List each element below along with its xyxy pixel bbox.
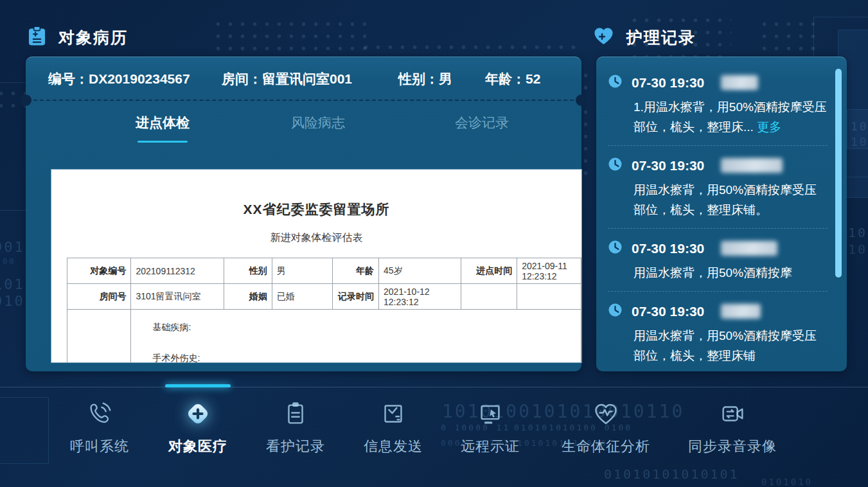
record-timestamp: 07-30 19:30 [632, 241, 704, 256]
table-value-cell: 3101留置讯问室 [131, 284, 224, 310]
table-value-cell: 已婚 [272, 284, 333, 310]
tab-risk-record[interactable]: 风险病志 [267, 114, 369, 132]
record-timestamp: 07-30 19:30 [632, 158, 704, 173]
clock-icon [608, 74, 623, 91]
record-text: 用温水擦背，用50%酒精按摩 [633, 263, 828, 283]
tab-label: 会诊记录 [455, 115, 509, 130]
table-value-cell: 45岁 [379, 258, 461, 284]
clock-icon [608, 240, 623, 257]
active-tab-underline [137, 141, 188, 143]
record-text: 用温水擦背，用50%酒精按摩受压部位，梳头，整理床铺。 [633, 180, 828, 220]
medical-form-document: XX省纪委监委留置场所 新进对象体检评估表 对象编号202109112312性别… [51, 170, 581, 362]
record-timestamp: 07-30 19:30 [632, 304, 704, 319]
bottom-navigation: 呼叫系统对象医疗看护记录信息发送远程示证生命体征分析同步录音录像 [0, 387, 868, 487]
dashed-divider [33, 100, 574, 101]
table-row: 对象编号202109112312性别男年龄45岁进点时间2021-09-11 1… [67, 258, 581, 284]
table-label-cell: 对象编号 [67, 258, 131, 284]
table-label-cell: 婚姻 [224, 284, 272, 310]
nursing-record-header: 护理记录 [594, 27, 696, 48]
heart-plus-icon [594, 27, 614, 48]
redacted-name [721, 304, 761, 319]
tab-consultation-record[interactable]: 会诊记录 [430, 114, 533, 132]
table-label-cell: 性别 [224, 258, 272, 284]
binary-decor-text: 1011 [848, 242, 868, 257]
binary-decor-text: 101 [851, 135, 868, 148]
dot-pattern [758, 18, 820, 53]
tab-label: 进点体检 [136, 115, 190, 130]
record-header: 07-30 19:30 [608, 240, 828, 257]
nursing-record-item: 07-30 19:30用温水擦背，用50%酒精按摩 [608, 240, 828, 292]
medical-record-header: 对象病历 [28, 26, 128, 49]
record-header: 07-30 19:30 [608, 157, 828, 174]
binary-decor-text: 101 [851, 120, 868, 133]
record-separator [608, 291, 828, 292]
binary-decor-text: 00 [3, 257, 15, 266]
table-label-cell: 进点时间 [461, 258, 517, 284]
scrollbar-thumb[interactable] [835, 69, 842, 278]
record-separator [608, 228, 828, 229]
tab-label: 风险病志 [291, 115, 345, 130]
redacted-name [721, 75, 758, 90]
record-header: 07-30 19:30 [608, 303, 828, 320]
dot-pattern [212, 18, 366, 58]
clock-icon [608, 157, 623, 174]
dot-pattern [580, 69, 596, 179]
record-separator [608, 145, 828, 146]
table-label-cell: 年龄 [333, 258, 379, 284]
nav-item-label: 生命体征分析 [535, 437, 677, 456]
ticket-notch [576, 94, 587, 106]
table-value-cell: 202109112312 [131, 258, 224, 284]
page-title: 护理记录 [626, 27, 696, 48]
heartbeat-icon [535, 397, 677, 430]
history-field-label: 手术外伤史: [136, 353, 576, 362]
medical-record-panel: 编号：DX20190234567 房间：留置讯问室001 性别：男 年龄：52 … [26, 57, 581, 371]
active-nav-indicator [165, 384, 231, 387]
nursing-record-panel: 07-30 19:301.用温水擦背，用50%酒精按摩受压部位，梳头，整理床..… [596, 57, 847, 371]
history-cell: 基础疾病:手术外伤史: [131, 310, 581, 363]
assessment-table: 对象编号202109112312性别男年龄45岁进点时间2021-09-11 1… [67, 258, 581, 362]
record-header: 07-30 19:30 [608, 74, 828, 91]
binary-decor-text: 1010 [848, 225, 868, 240]
table-row: 房间号3101留置讯问室婚姻已婚记录时间2021-10-12 12:23:12 [67, 284, 581, 310]
nav-item-label: 同步录音录像 [662, 437, 803, 456]
table-value-cell [517, 284, 581, 310]
more-link[interactable]: 更多 [757, 120, 781, 134]
table-row: 基础疾病:手术外伤史: [67, 310, 581, 363]
subject-gender: 性别：男 [398, 70, 452, 88]
app-background: 0010001010010110101001010100101100 10000… [0, 0, 868, 487]
tab-entry-checkup[interactable]: 进点体检 [111, 114, 214, 132]
decor-rectangle [847, 109, 868, 149]
record-text: 用温水擦背，用50%酒精按摩受压部位，梳头，整理床铺 [633, 326, 828, 366]
table-value-cell: 2021-09-11 12:23:12 [517, 258, 581, 284]
nav-divider [0, 387, 868, 387]
document-title: XX省纪委监委留置场所 [51, 200, 581, 218]
page-title: 对象病历 [58, 27, 128, 48]
subject-room: 房间：留置讯问室001 [222, 70, 352, 88]
nursing-record-item: 07-30 19:30用温水擦背，用50%酒精按摩受压部位，梳头，整理床铺。 [608, 157, 828, 229]
table-label-cell: 记录时间 [333, 284, 379, 310]
table-value-cell: 男 [272, 258, 333, 284]
video-camera-icon [662, 397, 803, 430]
nav-item-video-camera[interactable]: 同步录音录像 [662, 397, 803, 456]
redacted-name [721, 241, 777, 256]
record-timestamp: 07-30 19:30 [632, 75, 704, 91]
record-text: 1.用温水擦背，用50%酒精按摩受压部位，梳头，整理床... 更多 [633, 97, 828, 137]
nursing-record-item: 07-30 19:301.用温水擦背，用50%酒精按摩受压部位，梳头，整理床..… [608, 74, 828, 146]
subject-age: 年龄：52 [485, 70, 540, 88]
redacted-name [721, 158, 783, 173]
nursing-record-item: 07-30 19:30用温水擦背，用50%酒精按摩受压部位，梳头，整理床铺 [608, 303, 828, 371]
ticket-notch [20, 94, 31, 106]
table-label-cell [461, 284, 517, 310]
nursing-record-list: 07-30 19:301.用温水擦背，用50%酒精按摩受压部位，梳头，整理床..… [608, 74, 828, 371]
nav-item-heartbeat[interactable]: 生命体征分析 [535, 397, 677, 456]
clipboard-plus-icon [28, 26, 46, 49]
table-label-cell: 房间号 [67, 284, 131, 310]
subject-id: 编号：DX20190234567 [48, 70, 190, 88]
table-label-cell [67, 310, 131, 363]
document-subtitle: 新进对象体检评估表 [51, 231, 581, 245]
clock-icon [608, 303, 623, 320]
table-value-cell: 2021-10-12 12:23:12 [379, 284, 461, 310]
history-field-label: 基础疾病: [136, 322, 576, 333]
